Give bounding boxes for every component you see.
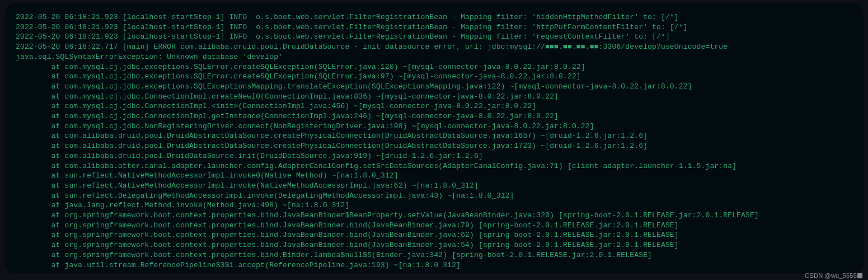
log-line: at sun.reflect.DelegatingMethodAccessorI… (16, 191, 852, 201)
log-line: at com.mysql.cj.jdbc.exceptions.SQLExcep… (16, 82, 852, 92)
log-line: at com.mysql.cj.jdbc.ConnectionImpl.crea… (16, 92, 852, 102)
log-line: 2022-05-20 06:18:21.923 [localhost-start… (16, 32, 852, 42)
log-line: at java.util.stream.ReferencePipeline$3$… (16, 260, 852, 270)
watermark-label: CSDN @wu_5555 (805, 272, 862, 279)
log-line: at com.alibaba.druid.pool.DruidAbstractD… (16, 141, 852, 151)
watermark-block-icon (857, 273, 862, 278)
log-line: at org.springframework.boot.context.prop… (16, 250, 852, 260)
log-line: at org.springframework.boot.context.prop… (16, 221, 852, 231)
log-line: java.sql.SQLSyntaxErrorException: Unknow… (16, 52, 852, 62)
log-line: at com.mysql.cj.jdbc.exceptions.SQLError… (16, 62, 852, 72)
log-line: 2022-05-20 06:18:21.923 [localhost-start… (16, 22, 852, 32)
log-line: at com.alibaba.druid.pool.DruidDataSourc… (16, 151, 852, 161)
terminal-log-panel[interactable]: 2022-05-20 06:18:21.923 [localhost-start… (4, 3, 864, 273)
log-line: at com.alibaba.druid.pool.DruidAbstractD… (16, 131, 852, 141)
log-line: at com.mysql.cj.jdbc.ConnectionImpl.<ini… (16, 101, 852, 111)
log-line: at org.springframework.boot.context.prop… (16, 240, 852, 250)
log-line: 2022-05-20 06:18:21.923 [localhost-start… (16, 12, 852, 22)
log-line: at sun.reflect.NativeMethodAccessorImpl.… (16, 181, 852, 191)
log-line: at java.lang.reflect.Method.invoke(Metho… (16, 200, 852, 211)
log-line: at org.springframework.boot.context.prop… (16, 230, 852, 240)
log-line: at com.alibaba.otter.canal.adapter.launc… (16, 161, 852, 171)
log-line: at sun.reflect.NativeMethodAccessorImpl.… (16, 171, 852, 181)
log-line: at com.mysql.cj.jdbc.exceptions.SQLError… (16, 72, 852, 82)
watermark-text: CSDN @wu_5555 (805, 272, 857, 279)
log-line: 2022-05-20 06:18:22.717 [main] ERROR com… (16, 42, 852, 52)
log-line: at com.mysql.cj.jdbc.NonRegisteringDrive… (16, 122, 852, 132)
log-line: at com.mysql.cj.jdbc.ConnectionImpl.getI… (16, 111, 852, 122)
log-line: at org.springframework.boot.context.prop… (16, 211, 852, 221)
